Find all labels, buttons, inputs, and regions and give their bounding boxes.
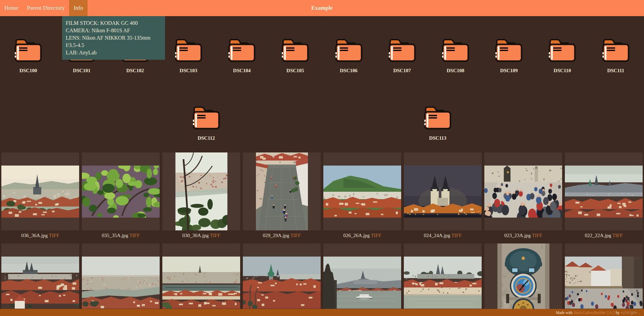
thumbnail-cell: [161, 243, 241, 316]
thumbnail-panel[interactable]: [82, 243, 160, 316]
thumbnail-panel[interactable]: [1, 152, 79, 230]
thumbnail-grid: 036_36A.jpg TIFF 035_35A.jpg TIFF 030_30…: [0, 152, 644, 316]
thumbnail-filename: 023_23A.jpg: [504, 233, 531, 238]
thumbnail-panel[interactable]: [243, 152, 321, 230]
nav-item-home[interactable]: Home: [0, 0, 23, 16]
thumbnail-panel[interactable]: [243, 243, 321, 316]
thumbnail-panel[interactable]: [1, 243, 79, 316]
thumbnail-panel[interactable]: [323, 243, 401, 316]
thumbnail-filename: 022_22A.jpg: [585, 233, 611, 238]
folder-label: DSC107: [393, 67, 411, 74]
thumbnail-cell: 026_26A.jpg TIFF: [322, 152, 402, 243]
folder-icon: [441, 35, 470, 63]
folder-item-dsc110[interactable]: DSC110: [537, 35, 587, 74]
thumbnail-caption: 030_30A.jpg TIFF: [161, 233, 241, 238]
folder-icon: [174, 35, 203, 63]
folder-label: DSC105: [286, 67, 304, 74]
info-tooltip: FILM STOCK: KODAK GC 400 CAMERA: Nikon F…: [62, 16, 165, 60]
thumbnail-panel[interactable]: [565, 152, 643, 230]
thumbnail-panel[interactable]: [162, 243, 240, 316]
tiff-link[interactable]: TIFF: [451, 233, 462, 238]
folder-item-dsc109[interactable]: DSC109: [484, 35, 534, 74]
thumbnail-cell: [0, 243, 80, 316]
folder-item-dsc105[interactable]: DSC105: [270, 35, 320, 74]
tiff-link[interactable]: TIFF: [210, 233, 220, 238]
folder-item-dsc107[interactable]: DSC107: [377, 35, 427, 74]
photo-thumbnail[interactable]: [484, 166, 562, 218]
folder-label: DSC103: [180, 67, 198, 74]
tiff-link[interactable]: TIFF: [290, 233, 301, 238]
photo-thumbnail[interactable]: [497, 243, 549, 316]
folder-icon: [192, 102, 221, 131]
folder-item-dsc106[interactable]: DSC106: [324, 35, 374, 74]
folder-item-dsc104[interactable]: DSC104: [217, 35, 267, 74]
photo-thumbnail[interactable]: [175, 152, 227, 230]
page-title: Example: [0, 0, 644, 16]
tiff-link[interactable]: TIFF: [612, 233, 623, 238]
folder-icon: [494, 35, 524, 63]
tooltip-line-lab: LAB: AnyLab: [66, 49, 161, 56]
folder-item-dsc100[interactable]: DSC100: [3, 35, 53, 74]
folder-icon: [280, 35, 310, 63]
folder-item-dsc108[interactable]: DSC108: [430, 35, 481, 74]
footer-builder-link[interactable]: StaticGalleryBuilder 2.6.2: [574, 311, 614, 315]
thumbnail-caption: 026_26A.jpg TIFF: [322, 233, 402, 238]
srgn-logo-link[interactable]: </srgn>: [621, 310, 637, 315]
photo-thumbnail[interactable]: [256, 152, 308, 230]
thumbnail-cell: [322, 243, 402, 316]
tiff-link[interactable]: TIFF: [532, 233, 542, 238]
photo-thumbnail[interactable]: [323, 166, 401, 218]
nav-item-info[interactable]: Info: [69, 0, 87, 16]
thumbnail-panel[interactable]: [162, 152, 240, 230]
thumbnail-caption: 023_23A.jpg TIFF: [483, 233, 564, 238]
tiff-link[interactable]: TIFF: [129, 233, 140, 238]
thumbnail-filename: 030_30A.jpg: [182, 233, 209, 238]
photo-thumbnail[interactable]: [404, 257, 482, 309]
folder-icon: [423, 102, 452, 131]
photo-thumbnail[interactable]: [404, 166, 482, 218]
thumbnail-cell: [483, 243, 564, 316]
thumbnail-cell: 036_36A.jpg TIFF: [0, 152, 80, 243]
folder-item-dsc103[interactable]: DSC103: [163, 35, 214, 74]
photo-thumbnail[interactable]: [323, 257, 401, 309]
photo-thumbnail[interactable]: [162, 257, 240, 309]
photo-thumbnail[interactable]: [1, 166, 79, 218]
footer-by: by: [616, 311, 620, 315]
thumbnail-panel[interactable]: [82, 152, 160, 230]
thumbnail-panel[interactable]: [484, 243, 562, 316]
photo-thumbnail[interactable]: [565, 257, 643, 309]
thumbnail-caption: 022_22A.jpg TIFF: [564, 233, 644, 238]
folder-item-dsc113[interactable]: DSC113: [413, 102, 463, 141]
photo-thumbnail[interactable]: [1, 257, 79, 309]
folder-label: DSC106: [340, 67, 358, 74]
thumbnail-cell: [564, 243, 644, 316]
nav-item-parent-directory[interactable]: Parent Directory: [23, 0, 69, 16]
photo-thumbnail[interactable]: [82, 257, 160, 309]
photo-thumbnail[interactable]: [243, 257, 321, 309]
thumbnail-filename: 036_36A.jpg: [21, 233, 48, 238]
footer-bar: Made with StaticGalleryBuilder 2.6.2 by …: [0, 309, 644, 316]
thumbnail-cell: 023_23A.jpg TIFF: [483, 152, 564, 243]
thumbnail-panel[interactable]: [323, 152, 401, 230]
photo-thumbnail[interactable]: [82, 166, 160, 218]
folder-icon: [334, 35, 364, 63]
thumbnail-caption: 035_35A.jpg TIFF: [80, 233, 161, 238]
tiff-link[interactable]: TIFF: [371, 233, 381, 238]
folder-item-dsc112[interactable]: DSC112: [181, 102, 231, 141]
thumbnail-cell: 030_30A.jpg TIFF: [161, 152, 241, 243]
folder-item-dsc111[interactable]: DSC111: [591, 35, 641, 74]
folder-label: DSC108: [447, 67, 465, 74]
tiff-link[interactable]: TIFF: [49, 233, 59, 238]
thumbnail-cell: [402, 243, 483, 316]
thumbnail-panel[interactable]: [404, 152, 482, 230]
thumbnail-filename: 024_24A.jpg: [424, 233, 450, 238]
thumbnail-cell: 035_35A.jpg TIFF: [80, 152, 161, 243]
thumbnail-panel[interactable]: [565, 243, 643, 316]
thumbnail-panel[interactable]: [404, 243, 482, 316]
photo-thumbnail[interactable]: [565, 166, 643, 218]
thumbnail-panel[interactable]: [484, 152, 562, 230]
folder-label: DSC111: [607, 67, 624, 74]
folder-label: DSC104: [233, 67, 251, 74]
folder-icon: [387, 35, 417, 63]
tooltip-line-camera: CAMERA: Nikon F-801S AF: [66, 27, 161, 34]
